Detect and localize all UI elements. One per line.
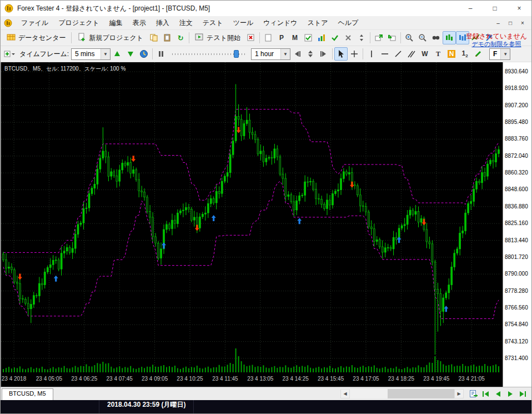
scrollbar-thumb[interactable] (388, 389, 454, 398)
buy-arrow-icon (297, 218, 302, 224)
go-previous-button[interactable] (493, 388, 504, 400)
data-center-icon (7, 33, 16, 43)
deposit-button[interactable] (372, 31, 385, 44)
indicator-select[interactable]: F ▼ (489, 48, 510, 60)
pending-order-button[interactable]: P (275, 31, 288, 44)
timeframe-up-button[interactable] (111, 47, 124, 61)
menu-item[interactable]: ツール (228, 16, 259, 29)
speed-slider[interactable] (171, 49, 248, 59)
maximize-button[interactable]: □ (483, 1, 507, 16)
separator (152, 48, 153, 59)
step-back-button[interactable] (290, 47, 304, 61)
accept-icon[interactable] (328, 31, 342, 44)
numbers-tool-button[interactable]: 12 (458, 47, 471, 61)
new-chart-button[interactable] (262, 31, 275, 44)
text-tool-button[interactable]: T (431, 47, 445, 61)
indicator-f-label: F (490, 50, 500, 58)
time-axis-label: 23 4 21:05 (459, 376, 485, 382)
timeframe-down-button[interactable] (124, 47, 137, 61)
vertical-line-tool[interactable] (365, 47, 378, 61)
chart-tab[interactable]: BTCUSD, M5 (2, 388, 53, 400)
zoom-out-button[interactable] (416, 31, 429, 44)
jump-interval-select[interactable]: 1 hour ▼ (251, 48, 290, 60)
menu-item[interactable]: ストア (303, 16, 333, 29)
candle-mode-button[interactable] (443, 31, 456, 44)
add-object-button[interactable] (3, 47, 16, 61)
registration-notice: 登録されていません デモの制限を参照 (466, 32, 527, 48)
channel-tool[interactable] (405, 47, 418, 61)
price-axis-label: 8754.840 (505, 321, 528, 327)
finish-test-button[interactable] (244, 31, 258, 44)
zoom-in-button[interactable] (403, 31, 416, 44)
menu-item[interactable]: 注文 (174, 16, 198, 29)
menu-item[interactable]: プロジェクト (53, 16, 104, 29)
start-test-button[interactable]: テスト開始 (191, 31, 244, 45)
chevron-down-icon[interactable]: ▼ (500, 49, 510, 59)
main-menu: ファイルプロジェクト編集表示挿入注文テストツールウィンドウストアヘルプ (16, 16, 363, 29)
mdi-minimize-button[interactable]: – (493, 18, 504, 28)
paste-button[interactable] (160, 31, 174, 44)
app-window: Forex Tester 4 - 登録されていません - [project1] … (0, 0, 532, 414)
brush-tool-button[interactable] (471, 47, 485, 61)
timeframe-select[interactable]: 5 mins ▼ (71, 48, 111, 60)
bar-stepper[interactable] (304, 47, 317, 61)
slider-thumb[interactable] (234, 50, 239, 58)
price-axis[interactable]: 8930.6408918.9208907.2008895.4808883.760… (503, 62, 531, 387)
time-axis-label: 23 4 18:25 (388, 376, 415, 382)
title-bar[interactable]: Forex Tester 4 - 登録されていません - [project1] … (1, 1, 531, 16)
status-segment (1, 400, 99, 413)
scroll-right-button[interactable]: ▶ (454, 389, 464, 398)
separator (370, 32, 370, 43)
market-order-button[interactable]: M (288, 31, 302, 44)
menu-item[interactable]: 編集 (104, 16, 128, 29)
withdraw-button[interactable] (385, 31, 399, 44)
step-forward-button[interactable] (317, 47, 330, 61)
demo-limit-link[interactable]: デモの制限を参照 (472, 41, 521, 47)
menu-item[interactable]: 挿入 (151, 16, 174, 29)
pause-button[interactable] (154, 47, 168, 61)
close-button[interactable]: × (507, 1, 531, 16)
pointer-tool-button[interactable] (334, 47, 348, 61)
menu-item[interactable]: テスト (198, 16, 228, 29)
separator (363, 48, 363, 59)
open-positions-button[interactable] (315, 31, 328, 44)
buy-arrow-icon (54, 276, 58, 282)
autoscroll-button[interactable] (468, 388, 479, 400)
menu-item[interactable]: ファイル (16, 16, 53, 29)
chevron-down-icon[interactable]: ▼ (280, 49, 290, 59)
find-bar-button[interactable] (429, 31, 443, 44)
chart-scrollbar[interactable]: ◀ ▶ (340, 389, 464, 398)
go-first-button[interactable] (480, 388, 491, 400)
menu-item[interactable]: 表示 (128, 16, 151, 29)
new-project-button[interactable]: 新規プロジェクト (73, 31, 147, 45)
scrollbar-track[interactable] (350, 389, 454, 398)
time-axis-label: 23 4 13:05 (247, 376, 274, 382)
horizontal-line-tool[interactable] (378, 47, 392, 61)
crosshair-tool-button[interactable] (348, 47, 361, 61)
minimize-button[interactable]: – (458, 1, 483, 16)
wave-tool-button[interactable]: W (418, 47, 431, 61)
scroll-left-button[interactable]: ◀ (340, 389, 350, 398)
refresh-icon[interactable]: ↻ (174, 31, 187, 44)
trend-line-tool[interactable] (392, 47, 405, 61)
menu-item[interactable]: ウィンドウ (258, 16, 302, 29)
close-order-button[interactable] (342, 31, 355, 44)
data-center-button[interactable]: データセンター (3, 31, 69, 45)
confirm-order-button[interactable] (302, 31, 315, 44)
mdi-close-button[interactable]: × (517, 18, 528, 28)
mdi-restore-button[interactable]: □ (505, 18, 516, 28)
timeframe-label: タイムフレーム: (19, 49, 69, 59)
modify-order-button[interactable] (355, 31, 368, 44)
menu-item[interactable]: ヘルプ (333, 16, 363, 29)
buy-arrow-icon (162, 242, 166, 248)
go-next-button[interactable] (505, 388, 516, 400)
time-axis-label: 23 4 06:25 (71, 376, 98, 382)
copy-project-button[interactable] (147, 31, 160, 44)
go-last-button[interactable] (517, 388, 528, 400)
price-axis-label: 8731.400 (505, 355, 528, 361)
candlestick-chart[interactable]: 23 4 201823 4 05:0523 4 06:2523 4 07:452… (1, 62, 503, 387)
time-zone-button[interactable] (137, 47, 150, 61)
note-tool-button[interactable]: N (445, 47, 458, 61)
chevron-down-icon[interactable]: ▼ (101, 49, 110, 59)
chart-plot[interactable]: BTCUSD、M5、セル: 117200、スケール: 100 % 23 4 20… (1, 62, 503, 387)
